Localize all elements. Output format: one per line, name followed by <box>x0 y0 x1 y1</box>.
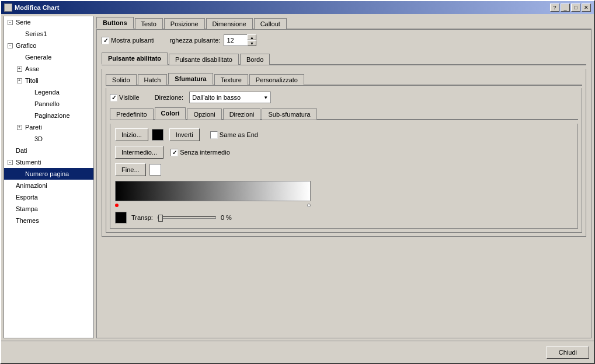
spin-down-button[interactable]: ▼ <box>247 40 256 46</box>
same-as-end-checkbox[interactable]: Same as End <box>210 131 258 139</box>
tree-item-stampa[interactable]: Stampa <box>4 203 93 215</box>
tree-item-titoli[interactable]: + Titoli <box>4 75 93 86</box>
mostra-pulsanti-checkbox[interactable]: Mostra pulsanti <box>102 37 155 44</box>
fine-label: Fine... <box>121 166 140 173</box>
tree-item-serie[interactable]: - Serie <box>4 16 93 28</box>
inizio-button[interactable]: Inizio... <box>115 128 148 141</box>
tab-solido[interactable]: Solido <box>106 74 137 85</box>
tree-item-legenda[interactable]: Legenda <box>4 86 93 98</box>
visibile-checkbox[interactable]: Visibile <box>110 94 140 102</box>
tree-label-asse: Asse <box>24 65 39 72</box>
tree-label-serie: Serie <box>15 19 31 26</box>
tab-personalizzato[interactable]: Personalizzato <box>249 74 304 85</box>
sfumatura-panel: Visibile Direzione: Dall'alto in basso ▼… <box>106 88 582 233</box>
help-button[interactable]: ? <box>550 4 559 12</box>
same-as-end-cb[interactable] <box>210 131 218 139</box>
tree-item-paginazione[interactable]: Paginazione <box>4 110 93 121</box>
tree-item-animazioni[interactable]: Animazioni <box>4 180 93 191</box>
spinner-buttons: ▲ ▼ <box>247 34 256 46</box>
expand-asse[interactable]: + <box>17 66 22 72</box>
tab-opzioni[interactable]: Opzioni <box>187 108 221 120</box>
main-window: Modifica Chart ? _ □ ✕ - Serie Series1 <box>0 0 595 364</box>
tab-pulsante-disabilitato[interactable]: Pulsante disabilitato <box>169 54 239 65</box>
rghezza-input[interactable] <box>224 34 247 46</box>
tab-hatch[interactable]: Hatch <box>138 74 168 85</box>
tree-label-3d: 3D <box>33 135 43 142</box>
main-tab-bar: Buttons Testo Posizione Dimensione Callo… <box>96 16 591 30</box>
rghezza-label: rghezza pulsante: <box>170 37 221 44</box>
visibile-cb[interactable] <box>110 94 117 102</box>
tab-pulsante-abilitato[interactable]: Pulsante abilitato <box>102 52 168 65</box>
tree-item-esporta[interactable]: Esporta <box>4 191 93 203</box>
fine-color-swatch[interactable] <box>149 164 161 176</box>
inizio-color-swatch[interactable] <box>152 129 163 141</box>
mostra-pulsanti-cb[interactable] <box>102 37 109 44</box>
tab-sfumatura[interactable]: Sfumatura <box>168 73 213 85</box>
transp-slider[interactable] <box>158 216 216 219</box>
chiudi-button[interactable]: Chiudi <box>547 346 589 359</box>
gradient-area <box>115 181 573 207</box>
transp-value: 0 % <box>221 214 232 221</box>
expand-pareti[interactable]: + <box>17 125 22 130</box>
tab-dimensione[interactable]: Dimensione <box>206 18 253 29</box>
tree-item-series1[interactable]: Series1 <box>4 28 93 40</box>
tab-callout[interactable]: Callout <box>254 18 287 29</box>
tree-item-themes[interactable]: Themes <box>4 215 93 226</box>
spin-up-button[interactable]: ▲ <box>247 34 256 40</box>
gradient-end-marker[interactable] <box>307 204 311 207</box>
visibile-label: Visibile <box>119 94 140 101</box>
tree-item-stumenti[interactable]: - Stumenti <box>4 156 93 168</box>
intermedio-button[interactable]: Intermedio... <box>115 146 163 159</box>
tree-label-titoli: Titoli <box>24 77 39 84</box>
senza-intermedio-cb[interactable] <box>171 149 178 156</box>
direzione-label: Direzione: <box>155 94 184 101</box>
expand-stumenti[interactable]: - <box>8 160 13 165</box>
tree-item-dati[interactable]: Dati <box>4 145 93 156</box>
fine-row: Fine... <box>115 163 573 176</box>
window-body: - Serie Series1 - Grafico <box>1 14 594 341</box>
tree-item-pareti[interactable]: + Pareti <box>4 121 93 133</box>
tree-panel[interactable]: - Serie Series1 - Grafico <box>4 16 94 338</box>
intermedio-label: Intermedio... <box>121 149 157 156</box>
minimize-button[interactable]: _ <box>561 4 570 12</box>
tree-label-paginazione: Paginazione <box>33 112 70 119</box>
maximize-button[interactable]: □ <box>571 4 580 12</box>
title-bar-left: Modifica Chart <box>4 4 59 12</box>
senza-intermedio-checkbox[interactable]: Senza intermedio <box>171 149 230 156</box>
direzione-select[interactable]: Dall'alto in basso ▼ <box>189 92 271 103</box>
tab-posizione[interactable]: Posizione <box>164 18 205 29</box>
tab-direzioni[interactable]: Direzioni <box>223 108 261 120</box>
tree-label-stumenti: Stumenti <box>15 159 41 166</box>
tab-testo[interactable]: Testo <box>135 18 163 29</box>
expand-titoli[interactable]: + <box>17 78 22 83</box>
expand-grafico[interactable]: - <box>8 43 13 48</box>
gradient-start-marker[interactable] <box>115 204 119 207</box>
fine-button[interactable]: Fine... <box>115 163 146 176</box>
inverti-button[interactable]: Inverti <box>169 128 200 141</box>
tree-item-asse[interactable]: + Asse <box>4 63 93 75</box>
tree-item-numero-pagina[interactable]: Numero pagina <box>4 168 93 180</box>
tab-sub-sfumatura[interactable]: Sub-sfumatura <box>262 108 316 120</box>
title-bar: Modifica Chart ? _ □ ✕ <box>1 1 594 14</box>
rghezza-spinner[interactable]: ▲ ▼ <box>224 34 256 46</box>
gradient-preview <box>115 181 311 201</box>
tab-predefinito[interactable]: Predefinito <box>110 108 154 120</box>
tree-item-grafico[interactable]: - Grafico <box>4 40 93 51</box>
close-button[interactable]: ✕ <box>582 4 591 12</box>
tree-label-themes: Themes <box>15 217 39 224</box>
window-title: Modifica Chart <box>15 4 59 11</box>
mostra-pulsanti-label: Mostra pulsanti <box>111 37 155 44</box>
senza-intermedio-label: Senza intermedio <box>180 149 230 156</box>
tree-label-esporta: Esporta <box>15 194 38 201</box>
mostra-pulsanti-row: Mostra pulsanti rghezza pulsante: ▲ ▼ <box>102 34 586 46</box>
tab-buttons[interactable]: Buttons <box>96 17 134 29</box>
tree-item-pannello[interactable]: Pannello <box>4 98 93 110</box>
tab-colori[interactable]: Colori <box>155 107 186 120</box>
transp-color-swatch[interactable] <box>115 212 127 223</box>
tab-bordo[interactable]: Bordo <box>240 54 270 65</box>
expand-serie[interactable]: - <box>8 20 13 25</box>
tree-item-generale[interactable]: Generale <box>4 51 93 63</box>
tab-texture[interactable]: Texture <box>214 74 248 85</box>
tree-item-3d[interactable]: 3D <box>4 133 93 145</box>
slider-thumb[interactable] <box>158 215 163 222</box>
